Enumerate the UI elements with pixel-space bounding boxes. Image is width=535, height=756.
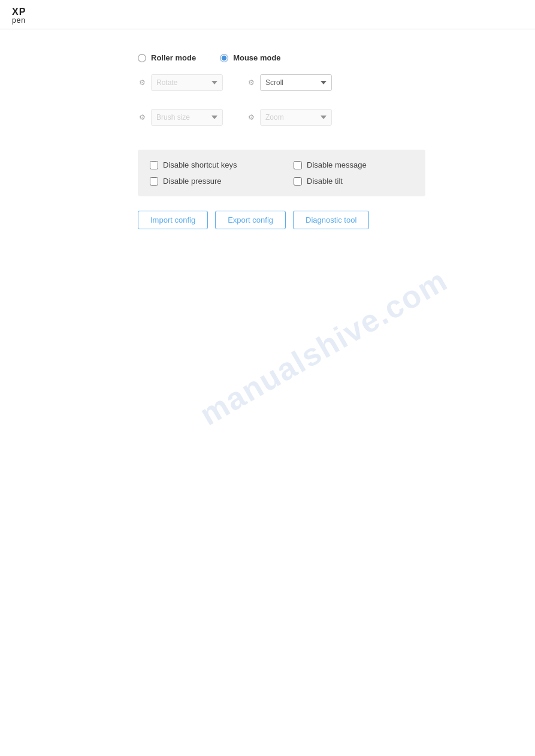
app-header: XP pen xyxy=(0,0,535,29)
rotate-dropdown[interactable]: Rotate xyxy=(151,74,223,91)
scroll-gear-icon: ⚙ xyxy=(247,78,255,87)
disable-shortcut-keys-group: Disable shortcut keys xyxy=(150,160,270,169)
zoom-dropdown[interactable]: Zoom xyxy=(260,109,332,126)
scroll-group: ⚙ Scroll xyxy=(247,74,332,91)
disable-pressure-checkbox[interactable] xyxy=(150,177,158,186)
disable-pressure-label: Disable pressure xyxy=(163,177,222,186)
disable-message-checkbox[interactable] xyxy=(294,161,302,169)
rotate-gear-icon: ⚙ xyxy=(138,78,146,87)
mode-row: Roller mode Mouse mode xyxy=(138,53,535,62)
mouse-mode-group: Mouse mode xyxy=(220,53,280,62)
checkbox-section: Disable shortcut keys Disable message Di… xyxy=(138,150,425,196)
mouse-mode-label: Mouse mode xyxy=(233,53,280,62)
logo-xp: XP xyxy=(12,7,26,17)
disable-tilt-group: Disable tilt xyxy=(294,177,413,186)
rotate-group: ⚙ Rotate xyxy=(138,74,223,91)
logo-pen: pen xyxy=(12,17,26,24)
mode-section: Roller mode Mouse mode ⚙ Rotate ⚙ Scroll xyxy=(138,53,535,126)
disable-message-group: Disable message xyxy=(294,160,413,169)
roller-mode-group: Roller mode xyxy=(138,53,196,62)
app-logo: XP pen xyxy=(12,7,26,24)
disable-message-label: Disable message xyxy=(307,160,367,169)
disable-pressure-group: Disable pressure xyxy=(150,177,270,186)
brush-size-dropdown[interactable]: Brush size xyxy=(151,109,223,126)
diagnostic-tool-button[interactable]: Diagnostic tool xyxy=(293,211,369,229)
export-config-button[interactable]: Export config xyxy=(215,211,286,229)
second-dropdown-row: ⚙ Brush size ⚙ Zoom xyxy=(138,109,535,126)
scroll-dropdown[interactable]: Scroll xyxy=(260,74,332,91)
main-content: Roller mode Mouse mode ⚙ Rotate ⚙ Scroll xyxy=(0,29,535,229)
disable-tilt-label: Disable tilt xyxy=(307,177,343,186)
import-config-button[interactable]: Import config xyxy=(138,211,208,229)
disable-tilt-checkbox[interactable] xyxy=(294,177,302,186)
watermark: manualshive.com xyxy=(194,262,454,432)
zoom-group: ⚙ Zoom xyxy=(247,109,332,126)
brush-size-group: ⚙ Brush size xyxy=(138,109,223,126)
roller-mode-radio[interactable] xyxy=(138,54,146,62)
mouse-mode-radio[interactable] xyxy=(220,54,228,62)
brush-gear-icon: ⚙ xyxy=(138,113,146,122)
zoom-gear-icon: ⚙ xyxy=(247,113,255,122)
roller-mode-label: Roller mode xyxy=(151,53,196,62)
disable-shortcut-keys-checkbox[interactable] xyxy=(150,161,158,169)
checkbox-grid: Disable shortcut keys Disable message Di… xyxy=(150,160,413,186)
first-dropdown-row: ⚙ Rotate ⚙ Scroll xyxy=(138,74,535,91)
buttons-section: Import config Export config Diagnostic t… xyxy=(138,211,535,229)
disable-shortcut-keys-label: Disable shortcut keys xyxy=(163,160,237,169)
